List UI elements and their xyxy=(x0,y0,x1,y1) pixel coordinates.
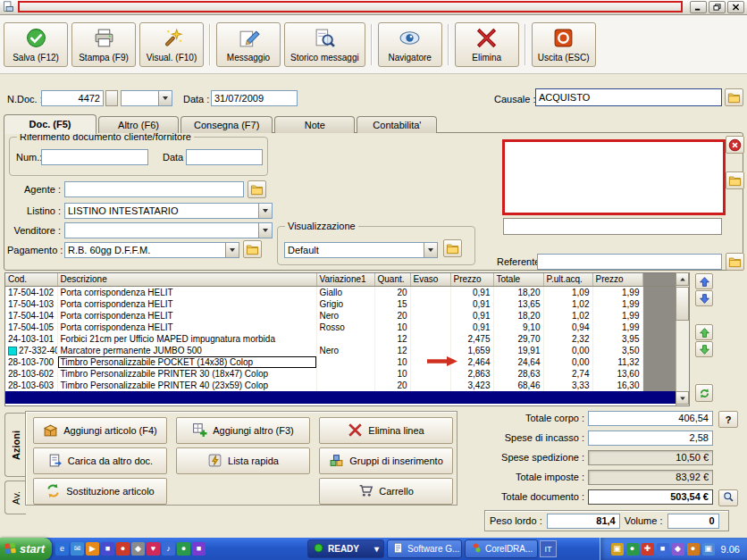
task-button-coreldra-[interactable]: CorelDRA... xyxy=(465,539,538,558)
move-top-button[interactable] xyxy=(695,273,713,289)
grid-cell[interactable] xyxy=(410,310,450,322)
grid-cell[interactable]: Giallo xyxy=(316,286,374,298)
side-tab-av[interactable]: Av. xyxy=(4,481,26,514)
table-row[interactable]: 28-103-700Timbro Personalizzabile POCKET… xyxy=(5,356,677,368)
media-icon[interactable]: ▶ xyxy=(86,542,99,556)
messaggio-button[interactable]: Messaggio xyxy=(216,22,281,67)
task-button-ready[interactable]: READY▾ xyxy=(307,539,384,558)
aggiungi-articolo-f4--button[interactable]: Aggiungi articolo (F4) xyxy=(33,417,167,444)
pagamento-select[interactable]: R.B. 60gg D.F.F.M. xyxy=(64,242,239,258)
grid-cell[interactable]: 17-504-105 xyxy=(5,322,57,333)
grid-cell[interactable]: 12 xyxy=(374,333,410,345)
table-row[interactable]: 28-103-603Timbro Personalizzabile PRINTE… xyxy=(5,380,677,391)
tab-doc-f5-[interactable]: Doc. (F5) xyxy=(4,114,97,134)
table-row[interactable]: 17-504-103Porta corrispondenza HELITGrig… xyxy=(5,298,677,310)
grid-cell[interactable]: 18,20 xyxy=(493,286,543,298)
browser-icon[interactable]: e xyxy=(55,542,69,556)
grid-cell[interactable]: 16,30 xyxy=(592,380,642,391)
column-header[interactable]: Descrizione xyxy=(57,273,316,286)
carrello-button[interactable]: Carrello xyxy=(319,478,453,505)
table-row[interactable]: 17-504-105Porta corrispondenza HELITRoss… xyxy=(5,322,677,333)
grid-cell[interactable]: 0,91 xyxy=(450,310,493,322)
elimina-linea-button[interactable]: Elimina linea xyxy=(319,417,453,444)
grid-cell[interactable]: 17-504-104 xyxy=(5,310,57,322)
grid-cell[interactable]: 29,70 xyxy=(493,333,543,345)
grid-cell[interactable]: Porta corrispondenza HELIT xyxy=(57,286,316,298)
grid-cell[interactable]: 10 xyxy=(374,368,410,380)
grid-cell[interactable]: 9,10 xyxy=(493,322,543,333)
grid-cell[interactable]: 0,00 xyxy=(543,345,592,356)
grid-cell[interactable]: 24,64 xyxy=(493,356,543,368)
grid-cell[interactable]: 13,65 xyxy=(493,298,543,310)
grid-cell[interactable]: 0,91 xyxy=(450,286,493,298)
grid-cell[interactable]: 24-103-101 xyxy=(5,333,57,345)
tray-icon-6[interactable]: ● xyxy=(687,543,700,556)
salva-button[interactable]: Salva (F12) xyxy=(4,22,68,67)
grid-cell[interactable]: Nero xyxy=(316,310,374,322)
language-indicator[interactable]: IT xyxy=(540,540,557,557)
grid-cell[interactable]: 3,50 xyxy=(592,345,642,356)
grid-cell[interactable]: 28-103-700 xyxy=(5,356,57,368)
grid-cell[interactable]: 13,60 xyxy=(592,368,642,380)
column-header[interactable]: Prezzo xyxy=(450,273,493,286)
chevron-down-icon[interactable] xyxy=(424,243,437,257)
grid-cell[interactable]: 2,32 xyxy=(543,333,592,345)
tab-consegna-f7-[interactable]: Consegna (F7) xyxy=(180,116,273,133)
elimina-button[interactable]: Elimina xyxy=(455,22,519,67)
grid-cell[interactable]: Marcatore permanente JUMBO 500 xyxy=(57,345,316,356)
task-button-software-g-[interactable]: Software G... xyxy=(387,539,462,558)
table-row[interactable]: 17-504-104Porta corrispondenza HELITNero… xyxy=(5,310,677,322)
grid-cell[interactable]: Grigio xyxy=(316,298,374,310)
clear-customer-button[interactable] xyxy=(726,136,744,154)
grid-cell[interactable]: Forbici 21cm per Ufficio MAPED impugnatu… xyxy=(57,333,316,345)
grid-cell[interactable]: 28,63 xyxy=(493,368,543,380)
grid-cell[interactable]: 27-332-401 xyxy=(5,345,57,356)
lista-rapida-button[interactable]: Lista rapida xyxy=(176,447,310,474)
agente-folder-button[interactable] xyxy=(248,180,266,198)
grid-cell[interactable]: 2,74 xyxy=(543,368,592,380)
grid-cell[interactable]: 11,32 xyxy=(592,356,642,368)
grid-cell[interactable]: Rosso xyxy=(316,322,374,333)
mail-icon[interactable]: ✉ xyxy=(71,542,84,556)
grid-cell[interactable] xyxy=(410,380,450,391)
grid-cell[interactable]: 2,863 xyxy=(450,368,493,380)
table-row[interactable]: 28-103-602Timbro Personalizzabile PRINTE… xyxy=(5,368,677,380)
grid-cell[interactable]: Timbro Personalizzabile PRINTER 30 (18x4… xyxy=(57,368,316,380)
grid-cell[interactable]: 10 xyxy=(374,356,410,368)
date-input[interactable] xyxy=(211,90,298,106)
grid-cell[interactable]: 17-504-102 xyxy=(5,286,57,298)
grid-cell[interactable]: 1,99 xyxy=(592,298,642,310)
grid-cell[interactable]: 3,33 xyxy=(543,380,592,391)
grid-cell[interactable]: 15 xyxy=(374,298,410,310)
music-icon[interactable]: ♪ xyxy=(162,542,175,556)
move-bottom-button[interactable] xyxy=(695,290,713,306)
chevron-down-icon[interactable] xyxy=(258,204,272,218)
carica-da-altro-doc--button[interactable]: Carica da altro doc. xyxy=(33,447,167,474)
storico-messaggi-button[interactable]: Storico messaggi xyxy=(284,22,365,67)
grid-cell[interactable]: 1,99 xyxy=(592,322,642,333)
grid-cell[interactable]: 1,02 xyxy=(543,298,592,310)
stampa-button[interactable]: Stampa (F9) xyxy=(71,22,136,67)
visualizzazione-folder-button[interactable] xyxy=(443,239,462,257)
app-gray-icon[interactable]: ◆ xyxy=(131,542,145,556)
move-row-down-button[interactable] xyxy=(695,341,713,357)
grid-cell[interactable]: 28-103-602 xyxy=(5,368,57,380)
tab-contabilita-[interactable]: Contabilita' xyxy=(357,116,437,133)
visual-button[interactable]: Visual. (F10) xyxy=(139,22,204,67)
grid-cell[interactable]: 3,423 xyxy=(450,380,493,391)
grid-cell[interactable] xyxy=(410,322,450,333)
grid-cell[interactable]: 28-103-603 xyxy=(5,380,57,391)
causale-folder-button[interactable] xyxy=(725,88,743,106)
tray-icon-4[interactable]: ■ xyxy=(657,543,669,556)
messenger-icon[interactable]: ● xyxy=(177,542,190,556)
grid-cell[interactable]: 0,91 xyxy=(450,322,493,333)
grid-cell[interactable]: 1,09 xyxy=(543,286,592,298)
side-tab-azioni[interactable]: Azioni xyxy=(4,413,26,477)
move-row-up-button[interactable] xyxy=(695,324,713,340)
app-blue-icon[interactable]: ■ xyxy=(101,542,114,556)
column-header[interactable]: Variazione1 xyxy=(316,273,374,286)
tray-icon-1[interactable]: ▣ xyxy=(611,543,624,556)
grid-cell[interactable] xyxy=(410,333,450,345)
referente-input[interactable] xyxy=(537,254,722,270)
ndoc-input[interactable] xyxy=(41,90,104,106)
